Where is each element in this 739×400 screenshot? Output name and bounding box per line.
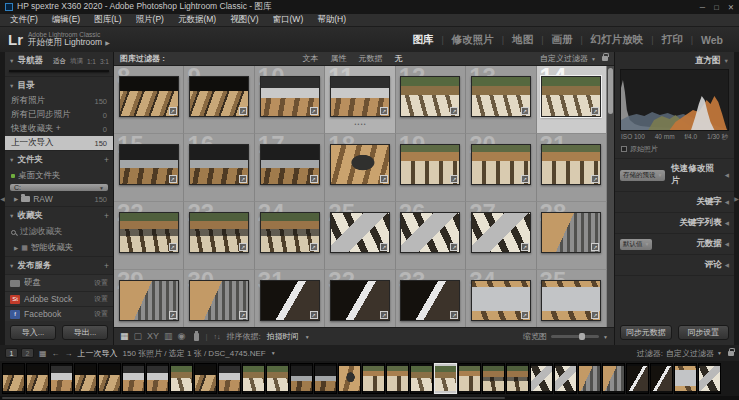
volume-capacity-bar[interactable]: C: ▼ <box>10 184 108 191</box>
filmstrip-source[interactable]: 上一次导入 <box>78 348 118 359</box>
collections-header[interactable]: ▼ 收藏夹 + <box>5 206 113 224</box>
photo-thumbnail[interactable]: ↗ <box>119 280 179 321</box>
develop-badge-icon[interactable]: ↗ <box>521 311 529 319</box>
grid-cell[interactable]: 30↗ <box>184 270 254 327</box>
compare-view-icon[interactable]: XY <box>147 332 159 341</box>
people-view-icon[interactable]: ◉ <box>178 332 186 341</box>
filmstrip-thumbnail[interactable] <box>242 363 265 394</box>
filmstrip-filter-dropdown-icon[interactable]: ▼ <box>717 350 722 356</box>
maximize-button[interactable]: □ <box>714 3 719 12</box>
grid-cell[interactable]: 28↗ <box>537 202 607 270</box>
filter-preset[interactable]: 自定义过滤器 ▼ <box>540 53 608 64</box>
photo-thumbnail[interactable]: ↗ <box>330 76 390 117</box>
filter-lock-icon[interactable] <box>602 56 608 61</box>
module-tab[interactable]: 画册 <box>543 33 580 47</box>
develop-badge-icon[interactable]: ↗ <box>591 311 599 319</box>
photo-thumbnail[interactable]: ↗ <box>400 144 460 185</box>
develop-badge-icon[interactable]: ↗ <box>310 107 318 115</box>
export-button[interactable]: 导出... <box>62 325 108 340</box>
thumbnail-size-knob[interactable] <box>579 333 585 340</box>
filmstrip-thumbnail[interactable] <box>386 363 409 394</box>
sync-metadata-button[interactable]: 同步元数据 <box>620 325 672 340</box>
panel-dropdown[interactable]: 默认值▼ <box>620 239 652 250</box>
menu-item[interactable]: 帮助(H) <box>310 14 353 26</box>
filter-option[interactable]: 属性 <box>330 53 346 64</box>
filmstrip-thumbnail[interactable] <box>338 363 361 394</box>
filmstrip-source-dropdown-icon[interactable]: ▼ <box>271 350 276 356</box>
catalog-item[interactable]: 所有照片150 <box>5 94 113 108</box>
develop-badge-icon[interactable]: ↗ <box>169 243 177 251</box>
photo-thumbnail[interactable]: ↗ <box>330 144 390 185</box>
panel-header-row[interactable]: 关键字◀ <box>615 191 734 212</box>
filmstrip-thumbnail[interactable] <box>410 363 433 394</box>
photo-thumbnail[interactable]: ↗ <box>189 280 249 321</box>
photo-thumbnail[interactable]: ↗ <box>330 280 390 321</box>
photo-thumbnail[interactable]: ↗ <box>541 212 601 253</box>
develop-badge-icon[interactable]: ↗ <box>169 311 177 319</box>
publish-item[interactable]: fFacebook设置 <box>5 306 113 321</box>
filmstrip-thumbnail[interactable] <box>602 363 625 394</box>
grid-cell[interactable]: 24↗ <box>255 202 325 270</box>
publish-item-action[interactable]: 设置 <box>94 309 108 319</box>
grid-cell[interactable]: 15↗ <box>114 134 184 202</box>
collections-filter-field[interactable]: 过滤收藏夹 <box>5 224 113 240</box>
photo-thumbnail[interactable]: ↗ <box>400 280 460 321</box>
grid-cell[interactable]: 21↗ <box>537 134 607 202</box>
module-tab[interactable]: 打印 <box>654 33 691 47</box>
photo-thumbnail[interactable]: ↗ <box>260 280 320 321</box>
histogram-panel[interactable] <box>620 69 729 131</box>
photo-thumbnail[interactable]: ↗ <box>260 144 320 185</box>
sort-direction-icon[interactable]: ↑↓ <box>214 333 221 340</box>
navigator-header[interactable]: ▼ 导航器 适合填满1:13:1 <box>5 52 113 69</box>
identity-plate[interactable]: Adobe Lightroom Classic 开始使用 Lightroom ▶ <box>28 31 110 47</box>
filmstrip-thumbnail[interactable] <box>98 363 121 394</box>
filmstrip-scrollbar-thumb[interactable] <box>2 397 505 399</box>
grid-cell[interactable]: 10↗ <box>255 66 325 134</box>
develop-badge-icon[interactable]: ↗ <box>591 107 599 115</box>
develop-badge-icon[interactable]: ↗ <box>591 243 599 251</box>
filmstrip-scrollbar[interactable] <box>0 396 739 400</box>
original-photo-checkbox[interactable] <box>621 146 627 152</box>
filmstrip-thumbnail[interactable] <box>458 363 481 394</box>
filmstrip-thumbnail[interactable] <box>122 363 145 394</box>
filmstrip-thumbnail[interactable] <box>554 363 577 394</box>
grid-view-icon[interactable]: ▦ <box>120 332 129 341</box>
filmstrip-thumbnail[interactable] <box>74 363 97 394</box>
filmstrip-thumbnail[interactable] <box>434 363 457 394</box>
filmstrip-info[interactable]: 150 张照片 / 选定 1 张 / DSC_4745.NEF <box>123 348 266 359</box>
grid-cell[interactable]: 26↗ <box>396 202 466 270</box>
develop-badge-icon[interactable]: ↗ <box>380 175 388 183</box>
grid-cell[interactable]: 34↗ <box>466 270 536 327</box>
develop-badge-icon[interactable]: ↗ <box>450 175 458 183</box>
filmstrip-thumbnail[interactable] <box>506 363 529 394</box>
grid-cell[interactable]: 16↗ <box>184 134 254 202</box>
filmstrip-thumbnail[interactable] <box>530 363 553 394</box>
navigator-preview[interactable] <box>9 70 109 72</box>
photo-thumbnail[interactable]: ↗ <box>189 212 249 253</box>
grid-cell[interactable]: 9↗ <box>184 66 254 134</box>
add-collection-button[interactable]: + <box>104 211 109 221</box>
catalog-item[interactable]: 快速收藏夹 +0 <box>5 122 113 136</box>
photo-thumbnail[interactable]: ↗ <box>260 76 320 117</box>
grid-cell[interactable]: 33↗ <box>396 270 466 327</box>
grid-cell[interactable]: 14↗ <box>537 66 607 134</box>
menu-item[interactable]: 文件(F) <box>3 14 45 26</box>
photo-thumbnail[interactable]: ↗ <box>541 76 601 117</box>
panel-header-row[interactable]: 评论◀ <box>615 254 734 275</box>
filmstrip-thumbnail[interactable] <box>578 363 601 394</box>
loupe-view-icon[interactable]: ▢ <box>134 332 143 341</box>
photo-thumbnail[interactable]: ↗ <box>119 212 179 253</box>
thumbnail-size-slider[interactable] <box>551 335 599 338</box>
publish-header[interactable]: ▼ 发布服务 + <box>5 256 113 274</box>
publish-item-action[interactable]: 设置 <box>94 278 108 288</box>
filter-option[interactable]: 文本 <box>302 53 318 64</box>
grid-cell[interactable]: 23↗ <box>184 202 254 270</box>
develop-badge-icon[interactable]: ↗ <box>239 311 247 319</box>
monitor-1-button[interactable]: 1 <box>5 348 18 358</box>
grid-scrollbar[interactable] <box>607 66 614 327</box>
grid-cell[interactable]: 17↗ <box>255 134 325 202</box>
grid-scrollbar-thumb[interactable] <box>608 68 613 114</box>
filmstrip-thumbnail[interactable] <box>482 363 505 394</box>
develop-badge-icon[interactable]: ↗ <box>591 175 599 183</box>
publish-item[interactable]: StAdobe Stock设置 <box>5 291 113 306</box>
